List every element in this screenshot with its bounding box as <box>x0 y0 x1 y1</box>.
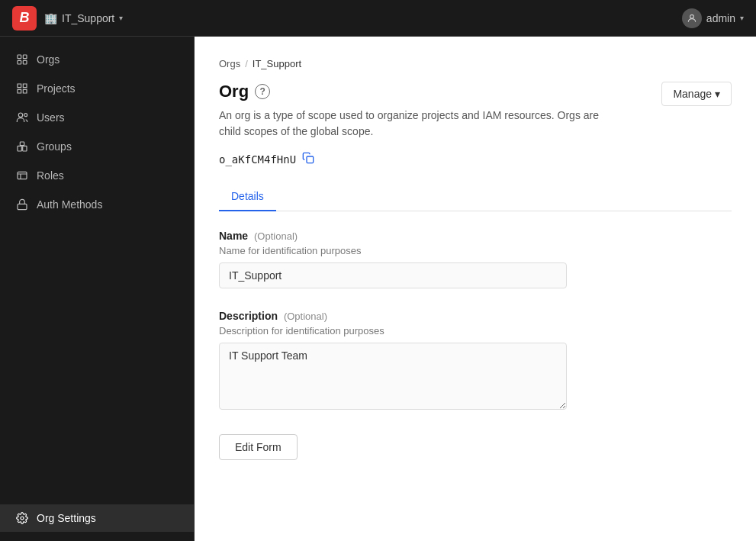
description-textarea[interactable] <box>219 343 567 410</box>
workspace-icon: 🏢 <box>44 12 57 24</box>
svg-rect-4 <box>23 60 27 64</box>
manage-button[interactable]: Manage ▾ <box>661 82 732 106</box>
brand-logo: B <box>12 6 37 31</box>
svg-point-12 <box>21 517 24 520</box>
breadcrumb-current: IT_Support <box>253 58 301 69</box>
svg-rect-8 <box>23 146 27 151</box>
user-menu[interactable]: admin ▾ <box>682 8 744 28</box>
auth-icon <box>15 198 29 211</box>
description-hint: Description for identification purposes <box>219 325 732 337</box>
user-chevron-icon: ▾ <box>740 14 744 22</box>
roles-icon <box>15 169 29 182</box>
svg-rect-7 <box>18 146 21 151</box>
main-layout: Orgs Projects Users Groups <box>0 37 756 541</box>
breadcrumb: Orgs / IT_Support <box>219 58 732 69</box>
svg-rect-10 <box>18 172 27 179</box>
help-icon[interactable]: ? <box>255 84 270 99</box>
name-optional: (Optional) <box>254 230 298 242</box>
name-label: Name (Optional) <box>219 230 732 242</box>
svg-rect-11 <box>18 204 27 209</box>
workspace-selector[interactable]: 🏢 IT_Support ▾ <box>44 12 123 24</box>
description-label: Description (Optional) <box>219 310 732 322</box>
groups-icon <box>15 140 29 153</box>
tabs-bar: Details <box>219 182 732 211</box>
name-hint: Name for identification purposes <box>219 245 732 256</box>
page-description: An org is a type of scope used to organi… <box>219 108 616 140</box>
user-label: admin <box>706 12 735 24</box>
sidebar-item-roles-label: Roles <box>37 169 64 182</box>
svg-point-5 <box>18 113 22 117</box>
org-id-row: o_aKfCM4fHnU <box>219 152 732 167</box>
topbar: B 🏢 IT_Support ▾ admin ▾ <box>0 0 756 37</box>
sidebar-item-auth-label: Auth Methods <box>37 198 102 211</box>
page-header: Org ? An org is a type of scope used to … <box>219 82 732 140</box>
content-area: Orgs / IT_Support Org ? An org is a type… <box>195 37 756 541</box>
sidebar-item-projects-label: Projects <box>37 82 76 95</box>
svg-rect-2 <box>23 55 27 59</box>
page-header-left: Org ? An org is a type of scope used to … <box>219 82 616 140</box>
breadcrumb-orgs[interactable]: Orgs <box>219 58 240 69</box>
users-icon <box>15 111 29 124</box>
manage-label: Manage <box>673 88 712 100</box>
copy-icon[interactable] <box>302 152 314 167</box>
sidebar-item-users-label: Users <box>37 111 65 124</box>
workspace-name: IT_Support <box>62 12 114 24</box>
description-optional: (Optional) <box>284 311 327 322</box>
svg-rect-13 <box>307 156 314 163</box>
breadcrumb-separator: / <box>245 58 248 69</box>
sidebar: Orgs Projects Users Groups <box>0 37 195 541</box>
description-field-group: Description (Optional) Description for i… <box>219 310 732 413</box>
sidebar-item-groups-label: Groups <box>37 140 72 153</box>
topbar-left: B 🏢 IT_Support ▾ <box>12 6 123 31</box>
svg-rect-1 <box>18 55 21 59</box>
sidebar-item-roles[interactable]: Roles <box>0 162 194 189</box>
sidebar-item-orgs-label: Orgs <box>37 53 60 66</box>
projects-icon <box>15 82 29 95</box>
svg-rect-9 <box>20 142 24 146</box>
org-id: o_aKfCM4fHnU <box>219 153 296 166</box>
name-field-group: Name (Optional) Name for identification … <box>219 230 732 288</box>
sidebar-item-projects[interactable]: Projects <box>0 75 194 102</box>
workspace-chevron-icon: ▾ <box>119 14 123 22</box>
sidebar-item-auth-methods[interactable]: Auth Methods <box>0 191 194 218</box>
orgs-icon <box>15 53 29 66</box>
sidebar-item-org-settings[interactable]: Org Settings <box>0 504 194 532</box>
svg-rect-3 <box>18 60 21 64</box>
manage-chevron-icon: ▾ <box>715 88 720 100</box>
settings-icon <box>15 511 29 525</box>
page-title: Org <box>219 82 249 101</box>
sidebar-item-users[interactable]: Users <box>0 104 194 131</box>
avatar <box>682 8 702 28</box>
edit-form-button[interactable]: Edit Form <box>219 434 298 460</box>
sidebar-item-groups[interactable]: Groups <box>0 133 194 160</box>
page-title-row: Org ? <box>219 82 616 101</box>
svg-point-0 <box>690 14 694 18</box>
sidebar-item-org-settings-label: Org Settings <box>37 512 96 524</box>
name-input[interactable] <box>219 262 567 288</box>
svg-point-6 <box>24 114 27 117</box>
tab-details[interactable]: Details <box>219 182 276 211</box>
sidebar-item-orgs[interactable]: Orgs <box>0 46 194 73</box>
